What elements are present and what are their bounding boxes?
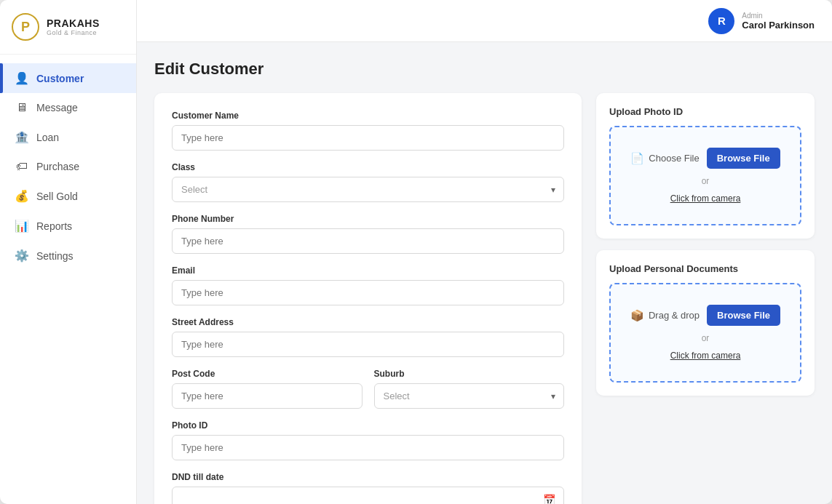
upload-photo-title: Upload Photo ID (609, 106, 801, 117)
phone-field: Phone Number (172, 214, 564, 254)
sidebar-item-customer[interactable]: 👤 Customer (0, 63, 136, 93)
postcode-field: Post Code (172, 369, 362, 409)
purchase-icon: 🏷 (15, 160, 29, 173)
sell-gold-icon: 💰 (15, 189, 29, 203)
customer-name-label: Customer Name (172, 111, 564, 121)
email-input[interactable] (172, 280, 564, 305)
sidebar-item-label-purchase: Purchase (36, 161, 79, 172)
user-name: Carol Parkinson (742, 20, 815, 31)
drag-drop-button[interactable]: 📦 Drag & drop (630, 309, 700, 322)
sidebar: P PRAKAHS Gold & Finance 👤 Customer 🖥 Me… (0, 0, 137, 504)
sidebar-item-label-reports: Reports (36, 220, 72, 232)
photo-id-field: Photo ID (172, 420, 564, 460)
form-card: Customer Name Class Select ▾ Ph (154, 93, 582, 504)
sidebar-item-label-message: Message (36, 102, 78, 113)
logo-subtitle: Gold & Finance (47, 29, 100, 36)
top-bar: R Admin Carol Parkinson (137, 0, 832, 42)
customer-name-field: Customer Name (172, 111, 564, 151)
street-label: Street Address (172, 317, 564, 327)
class-field: Class Select ▾ (172, 162, 564, 202)
nav-menu: 👤 Customer 🖥 Message 🏦 Loan 🏷 Purchase 💰… (0, 55, 136, 504)
logo-icon: P (12, 13, 39, 41)
click-from-camera-docs-link[interactable]: Click from camera (670, 351, 741, 361)
sidebar-item-label-sell-gold: Sell Gold (36, 191, 78, 202)
content-columns: Customer Name Class Select ▾ Ph (154, 93, 815, 504)
sidebar-item-message[interactable]: 🖥 Message (0, 93, 136, 122)
dnd-label: DND till date (172, 472, 564, 482)
street-input[interactable] (172, 332, 564, 357)
dnd-input[interactable]: 12/8/2024 (172, 487, 564, 504)
street-field: Street Address (172, 317, 564, 357)
click-from-camera-link[interactable]: Click from camera (670, 193, 741, 204)
sidebar-item-reports[interactable]: 📊 Reports (0, 211, 136, 241)
suburb-select[interactable]: Select (374, 383, 565, 409)
postcode-label: Post Code (172, 369, 362, 379)
logo: P PRAKAHS Gold & Finance (0, 0, 136, 55)
sidebar-item-label-loan: Loan (36, 132, 59, 143)
settings-icon: ⚙️ (15, 249, 29, 263)
upload-docs-or-text: or (702, 333, 710, 343)
choose-file-button[interactable]: 📄 Choose File (630, 152, 699, 165)
photo-id-label: Photo ID (172, 420, 564, 431)
dnd-field: DND till date 12/8/2024 📅 (172, 472, 564, 504)
sidebar-item-label-customer: Customer (36, 73, 84, 84)
avatar: R (708, 8, 734, 34)
class-select[interactable]: Select (172, 177, 564, 202)
phone-input[interactable] (172, 228, 564, 254)
email-field: Email (172, 265, 564, 305)
suburb-field: Suburb Select ▾ (374, 369, 565, 409)
suburb-label: Suburb (374, 369, 565, 379)
browse-file-docs-button[interactable]: Browse File (707, 305, 780, 326)
photo-id-input[interactable] (172, 435, 564, 460)
customer-name-input[interactable] (172, 125, 564, 151)
user-role: Admin (742, 12, 762, 20)
email-label: Email (172, 265, 564, 276)
browse-file-button[interactable]: Browse File (707, 148, 780, 169)
right-column: Upload Photo ID 📄 Choose File Browse Fil… (596, 93, 815, 396)
sidebar-item-purchase[interactable]: 🏷 Purchase (0, 152, 136, 181)
sidebar-item-loan[interactable]: 🏦 Loan (0, 122, 136, 152)
upload-docs-card: Upload Personal Documents 📦 Drag & drop … (596, 250, 815, 396)
user-info: R Admin Carol Parkinson (708, 8, 815, 34)
class-label: Class (172, 162, 564, 172)
upload-photo-card: Upload Photo ID 📄 Choose File Browse Fil… (596, 93, 815, 239)
content-area: Edit Customer Customer Name Class Select (137, 42, 832, 504)
main-area: R Admin Carol Parkinson Edit Customer Cu… (137, 0, 832, 504)
upload-docs-zone[interactable]: 📦 Drag & drop Browse File or Click from … (609, 283, 801, 383)
upload-photo-zone[interactable]: 📄 Choose File Browse File or Click from … (609, 126, 801, 225)
file-icon: 📄 (630, 152, 644, 165)
logo-initial: P (21, 20, 30, 35)
customer-icon: 👤 (15, 71, 29, 85)
logo-title: PRAKAHS (47, 17, 100, 29)
drag-icon: 📦 (630, 309, 644, 322)
postcode-suburb-row: Post Code Suburb Select ▾ (172, 369, 564, 409)
sidebar-item-settings[interactable]: ⚙️ Settings (0, 241, 136, 271)
loan-icon: 🏦 (15, 130, 29, 144)
sidebar-item-label-settings: Settings (36, 250, 74, 262)
message-icon: 🖥 (15, 101, 29, 114)
postcode-input[interactable] (172, 383, 362, 409)
phone-label: Phone Number (172, 214, 564, 224)
upload-docs-title: Upload Personal Documents (609, 263, 801, 274)
upload-or-text: or (702, 176, 710, 186)
reports-icon: 📊 (15, 219, 29, 233)
sidebar-item-sell-gold[interactable]: 💰 Sell Gold (0, 181, 136, 211)
page-title: Edit Customer (154, 60, 815, 79)
